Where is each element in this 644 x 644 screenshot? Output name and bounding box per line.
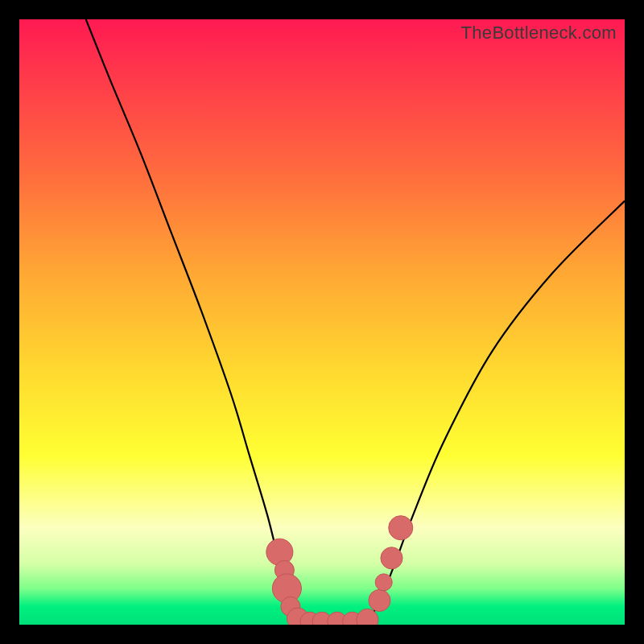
data-marker bbox=[381, 547, 402, 569]
data-marker bbox=[369, 589, 390, 611]
curve-right bbox=[370, 201, 625, 619]
data-marker bbox=[375, 574, 392, 591]
data-marker bbox=[389, 516, 413, 540]
watermark-text: TheBottleneck.com bbox=[461, 23, 617, 43]
bottleneck-curve bbox=[19, 19, 625, 625]
marker-group bbox=[266, 516, 413, 625]
chart-area: TheBottleneck.com bbox=[19, 19, 625, 625]
curve-left bbox=[86, 19, 298, 618]
